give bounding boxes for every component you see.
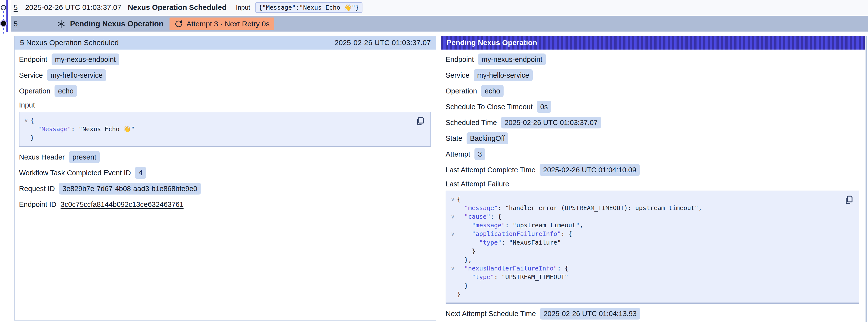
- field-value-badge: 2025-02-26 UTC 01:04:10.09: [539, 164, 640, 176]
- field-value-badge: my-nexus-endpoint: [478, 54, 546, 65]
- field-label: Operation: [445, 87, 477, 95]
- event-input-label: Input: [236, 4, 250, 11]
- retry-badge-text: Attempt 3 · Next Retry 0s: [187, 20, 270, 28]
- retry-icon: [175, 20, 183, 28]
- code-text: "Message": "Nexus Echo 👋": [30, 125, 135, 133]
- field-endpoint-id: Endpoint ID 3c0c75ccfa8144b092c13ce63246…: [19, 196, 431, 212]
- field-value-badge: my-hello-service: [474, 69, 533, 81]
- code-gutter: [22, 133, 30, 142]
- event-id-link[interactable]: 5: [13, 3, 18, 11]
- left-panel-header: 5 Nexus Operation Scheduled 2025-02-26 U…: [14, 36, 436, 50]
- pending-event-title: Pending Nexus Operation: [70, 20, 163, 28]
- event-row-nexus-operation-scheduled[interactable]: 5 2025-02-26 UTC 01:03:37.07 Nexus Opera…: [11, 0, 868, 15]
- code-line: }: [448, 290, 842, 298]
- copy-button[interactable]: [415, 116, 426, 127]
- code-text: "message": "upstream timeout",: [457, 221, 583, 229]
- field-value-badge: my-hello-service: [47, 69, 106, 81]
- field-label: Endpoint: [445, 56, 474, 64]
- field-value-badge: my-nexus-endpoint: [52, 54, 119, 65]
- code-line: ∨ "nexusHandlerFailureInfo": {: [448, 264, 842, 273]
- field-value-badge: 3: [474, 148, 485, 160]
- field-scheduled-time: Scheduled Time 2025-02-26 UTC 01:03:37.0…: [445, 115, 859, 130]
- endpoint-id-link[interactable]: 3c0c75ccfa8144b092c13ce632463761: [61, 200, 184, 208]
- code-gutter: [448, 290, 457, 298]
- timeline-node-selected-icon[interactable]: [1, 21, 6, 26]
- field-nexus-header: Nexus Header present: [19, 149, 431, 165]
- input-json-block: ∨{ "Message": "Nexus Echo 👋"}: [19, 112, 431, 147]
- event-id-link[interactable]: 5: [13, 20, 18, 28]
- field-label: Request ID: [19, 185, 55, 193]
- right-panel-header: Pending Nexus Operation: [441, 36, 865, 50]
- code-line: }: [22, 133, 413, 142]
- field-service: Service my-hello-service: [445, 67, 859, 83]
- timeline-node-open-icon[interactable]: [1, 5, 6, 10]
- code-text: {: [30, 116, 34, 125]
- code-gutter: [22, 125, 30, 133]
- code-line: "type": "UPSTREAM_TIMEOUT": [448, 273, 842, 281]
- field-operation: Operation echo: [19, 83, 431, 99]
- retry-status-badge: Attempt 3 · Next Retry 0s: [169, 18, 275, 30]
- field-label: Scheduled Time: [445, 119, 497, 127]
- vertical-scrollbar[interactable]: [866, 36, 867, 322]
- field-label: Workflow Task Completed Event ID: [19, 169, 131, 177]
- field-attempt: Attempt 3: [445, 146, 859, 162]
- code-gutter: [448, 221, 457, 229]
- code-text: }: [30, 133, 34, 142]
- code-line: ∨{: [22, 116, 413, 125]
- state-badge: BackingOff: [467, 132, 508, 144]
- field-value-badge: echo: [55, 85, 77, 97]
- timeline-rail: [6, 0, 8, 32]
- code-line: "message": "handler error (UPSTREAM_TIME…: [448, 204, 842, 212]
- code-gutter: [448, 255, 457, 264]
- code-text: }: [457, 290, 461, 298]
- failure-json-block: ∨{ "message": "handler error (UPSTREAM_T…: [445, 191, 859, 304]
- field-label: State: [445, 134, 462, 142]
- field-label: Last Attempt Complete Time: [445, 166, 535, 174]
- code-line: "type": "NexusFailure": [448, 238, 842, 247]
- code-text: }: [457, 281, 468, 290]
- field-value-badge: 2025-02-26 UTC 01:04:13.93: [540, 308, 640, 320]
- collapse-chevron-icon[interactable]: ∨: [448, 195, 457, 204]
- code-text: {: [457, 195, 461, 204]
- field-value-badge: 2025-02-26 UTC 01:03:37.07: [501, 117, 601, 128]
- field-label: Service: [445, 71, 469, 79]
- left-panel-timestamp: 2025-02-26 UTC 01:03:37.07: [335, 38, 431, 47]
- field-label: Endpoint: [19, 56, 48, 64]
- collapse-chevron-icon[interactable]: ∨: [448, 212, 457, 221]
- collapse-chevron-icon[interactable]: ∨: [22, 116, 30, 125]
- code-text: "type": "NexusFailure": [457, 238, 561, 247]
- code-text: "message": "handler error (UPSTREAM_TIME…: [457, 204, 702, 212]
- code-text: "nexusHandlerFailureInfo": {: [457, 264, 568, 273]
- code-line: ∨ "cause": {: [448, 212, 842, 221]
- code-text: },: [457, 255, 472, 264]
- field-value-badge: 4: [135, 167, 146, 179]
- collapse-chevron-icon[interactable]: ∨: [448, 264, 457, 273]
- pending-asterisk-icon: [57, 20, 66, 28]
- field-state: State BackingOff: [445, 130, 859, 146]
- field-last-attempt-complete-time: Last Attempt Complete Time 2025-02-26 UT…: [445, 162, 859, 178]
- copy-button[interactable]: [844, 195, 855, 206]
- field-next-attempt-schedule-time: Next Attempt Schedule Time 2025-02-26 UT…: [445, 306, 859, 322]
- code-text: "applicationFailureInfo": {: [457, 229, 572, 238]
- code-line: }: [448, 281, 842, 290]
- code-text: "type": "UPSTREAM_TIMEOUT": [457, 273, 568, 281]
- event-row-pending-nexus-operation[interactable]: 5 Pending Nexus Operation Attempt 3 · Ne…: [11, 16, 868, 32]
- collapse-chevron-icon[interactable]: ∨: [448, 229, 457, 238]
- code-line: }: [448, 247, 842, 255]
- event-timestamp: 2025-02-26 UTC 01:03:37.07: [25, 3, 121, 11]
- code-gutter: [448, 273, 457, 281]
- field-label: Operation: [19, 87, 50, 95]
- code-gutter: [448, 247, 457, 255]
- field-value-badge: present: [69, 151, 100, 163]
- field-operation: Operation echo: [445, 83, 859, 99]
- field-endpoint: Endpoint my-nexus-endpoint: [445, 52, 859, 67]
- code-gutter: [448, 238, 457, 247]
- field-service: Service my-hello-service: [19, 67, 431, 83]
- code-text: "cause": {: [457, 212, 502, 221]
- field-request-id: Request ID 3e829b7e-7d67-4b08-aad3-b1e86…: [19, 181, 431, 196]
- field-schedule-to-close-timeout: Schedule To Close Timeout 0s: [445, 99, 859, 115]
- code-line: "Message": "Nexus Echo 👋": [22, 125, 413, 133]
- right-panel-title: Pending Nexus Operation: [446, 38, 537, 47]
- event-input-value-badge: {"Message":"Nexus Echo 👋"}: [255, 2, 363, 13]
- field-label: Attempt: [445, 150, 470, 158]
